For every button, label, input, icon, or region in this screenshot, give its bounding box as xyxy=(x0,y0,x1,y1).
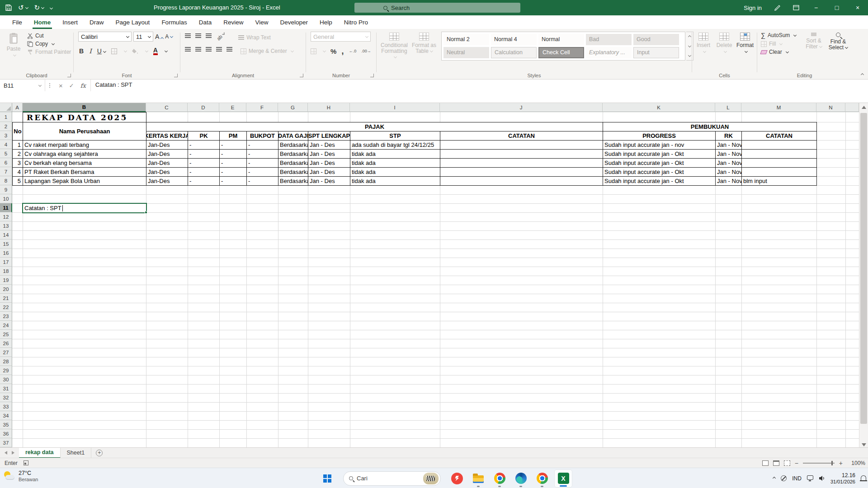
cell-A2[interactable]: No xyxy=(12,122,23,141)
accounting-format-icon[interactable] xyxy=(311,48,316,54)
cell-G7[interactable]: Berdasarka xyxy=(278,167,308,177)
zoom-slider[interactable] xyxy=(803,463,835,464)
cell-B2[interactable]: Nama Perusahaan xyxy=(23,122,146,141)
cell-D4[interactable]: - xyxy=(188,140,220,150)
ribbon-display-options-icon[interactable] xyxy=(787,0,806,15)
new-sheet-button[interactable]: + xyxy=(96,450,103,456)
align-top-icon[interactable] xyxy=(185,33,191,34)
cell-I6[interactable]: tidak ada xyxy=(350,158,440,168)
focus-assist-icon[interactable] xyxy=(781,475,787,481)
vertical-scroll-thumb[interactable] xyxy=(860,113,867,424)
format-as-table-button[interactable]: Format asTable xyxy=(410,29,438,70)
cell-style-normal-2[interactable]: Normal 2 xyxy=(443,34,489,45)
name-box[interactable]: B11 xyxy=(0,80,45,91)
cell-G4[interactable]: Berdasarka xyxy=(278,140,308,150)
taskbar-search[interactable]: Cari xyxy=(343,471,441,486)
font-color-button[interactable]: A xyxy=(153,47,158,55)
copy-button[interactable]: Copy xyxy=(25,40,73,48)
cell-L3[interactable]: RK xyxy=(715,131,742,141)
cell-A6[interactable]: 3 xyxy=(12,158,23,168)
cell-I5[interactable]: tidak ada xyxy=(350,149,440,159)
cell-I3[interactable]: STP xyxy=(350,131,440,141)
cell-J6[interactable] xyxy=(440,158,603,168)
cut-button[interactable]: Cut xyxy=(25,32,73,40)
cell-style-normal-4[interactable]: Normal 4 xyxy=(491,34,537,45)
hidden-icons-chevron[interactable] xyxy=(773,477,775,479)
number-format-select[interactable]: General xyxy=(311,32,371,42)
cell-H7[interactable]: Jan - Des xyxy=(308,167,350,177)
tab-page-layout[interactable]: Page Layout xyxy=(110,16,156,29)
row-header-4[interactable]: 4 xyxy=(0,140,12,149)
cell-B7[interactable]: PT Raket Berkah Bersama xyxy=(23,167,146,177)
cell-G6[interactable]: Berdasarka xyxy=(278,158,308,168)
autosum-button[interactable]: ∑ AutoSum xyxy=(759,31,798,40)
search-highlight-zebra-image[interactable] xyxy=(423,473,439,484)
save-icon[interactable] xyxy=(5,5,12,11)
row-header-35[interactable]: 35 xyxy=(0,420,12,429)
cell-M7[interactable] xyxy=(741,167,817,177)
tab-data[interactable]: Data xyxy=(193,16,218,29)
select-all-corner[interactable] xyxy=(0,103,12,112)
cell-B1[interactable]: REKAP DATA 2025 xyxy=(23,112,146,122)
row-header-31[interactable]: 31 xyxy=(0,384,12,393)
row-header-3[interactable]: 3 xyxy=(0,131,12,140)
format-cells-button[interactable]: Format xyxy=(735,29,755,70)
align-right-icon[interactable] xyxy=(206,47,212,48)
cell-E5[interactable]: - xyxy=(219,149,247,159)
tab-draw[interactable]: Draw xyxy=(84,16,110,29)
italic-button[interactable]: I xyxy=(89,47,92,55)
cell-K2[interactable]: PEMBUKUAN xyxy=(603,122,817,131)
decrease-decimal-button[interactable]: .00→ xyxy=(361,49,371,53)
column-header-F[interactable]: F xyxy=(246,103,278,112)
row-header-6[interactable]: 6 xyxy=(0,158,12,167)
cell-K4[interactable]: Sudah input accurate jan - nov xyxy=(603,140,716,150)
cell-M5[interactable] xyxy=(741,149,817,159)
undo-button[interactable]: ↺ xyxy=(18,4,28,12)
cell-H8[interactable]: Jan - Des xyxy=(308,176,350,186)
confirm-edit-icon[interactable]: ✓ xyxy=(69,82,74,89)
format-painter-button[interactable]: Format Painter xyxy=(25,48,73,56)
row-header-2[interactable]: 2 xyxy=(0,122,12,131)
delete-cells-button[interactable]: Delete xyxy=(714,29,735,70)
cell-K5[interactable]: Sudah input accurate jan - Okt xyxy=(603,149,716,159)
find-select-button[interactable]: Find &Select xyxy=(826,29,850,70)
row-header-25[interactable]: 25 xyxy=(0,330,12,339)
cell-J4[interactable] xyxy=(440,140,603,150)
close-button[interactable]: × xyxy=(847,0,868,15)
cell-F4[interactable]: - xyxy=(246,140,278,150)
cell-K6[interactable]: Sudah input accurate jan - Okt xyxy=(603,158,716,168)
clock[interactable]: 12.16 31/01/2026 xyxy=(830,472,855,485)
number-dialog-launcher[interactable] xyxy=(370,74,374,77)
tab-file[interactable]: File xyxy=(6,16,28,29)
tab-developer[interactable]: Developer xyxy=(274,16,314,29)
cell-B8[interactable]: Lapangan Sepak Bola Urban xyxy=(23,176,146,186)
cell-G3[interactable]: DATA GAJI xyxy=(278,131,308,141)
cell-K7[interactable]: Sudah input accurate jan - Okt xyxy=(603,167,716,177)
cell-B6[interactable]: Cv berkah elang bersama xyxy=(23,158,146,168)
column-header-I[interactable]: I xyxy=(350,103,440,112)
row-header-27[interactable]: 27 xyxy=(0,348,12,357)
start-button[interactable] xyxy=(318,469,336,488)
scroll-up-icon[interactable] xyxy=(862,106,866,109)
collapse-ribbon-icon[interactable] xyxy=(859,70,863,76)
cell-M3[interactable]: CATATAN xyxy=(741,131,817,141)
sign-in-button[interactable]: Sign in xyxy=(737,0,768,15)
row-header-28[interactable]: 28 xyxy=(0,357,12,366)
decrease-font-button[interactable]: A xyxy=(165,33,173,40)
font-dialog-launcher[interactable] xyxy=(174,74,178,77)
cell-J8[interactable] xyxy=(440,176,603,186)
row-header-33[interactable]: 33 xyxy=(0,402,12,411)
cell-M4[interactable] xyxy=(741,140,817,150)
column-header-L[interactable]: L xyxy=(715,103,741,112)
row-header-21[interactable]: 21 xyxy=(0,294,12,303)
cell-C6[interactable]: Jan-Des xyxy=(146,158,188,168)
cell-M6[interactable] xyxy=(741,158,817,168)
cell-D8[interactable]: - xyxy=(188,176,220,186)
clear-button[interactable]: Clear xyxy=(759,48,798,56)
clipboard-dialog-launcher[interactable] xyxy=(67,74,71,77)
excel-taskbar-button[interactable]: X xyxy=(554,469,572,488)
tab-nitro-pro[interactable]: Nitro Pro xyxy=(338,16,374,29)
minimize-button[interactable]: − xyxy=(806,0,826,15)
cell-K8[interactable]: Sudah input accurate jan - Okt xyxy=(603,176,716,186)
row-header-34[interactable]: 34 xyxy=(0,411,12,420)
